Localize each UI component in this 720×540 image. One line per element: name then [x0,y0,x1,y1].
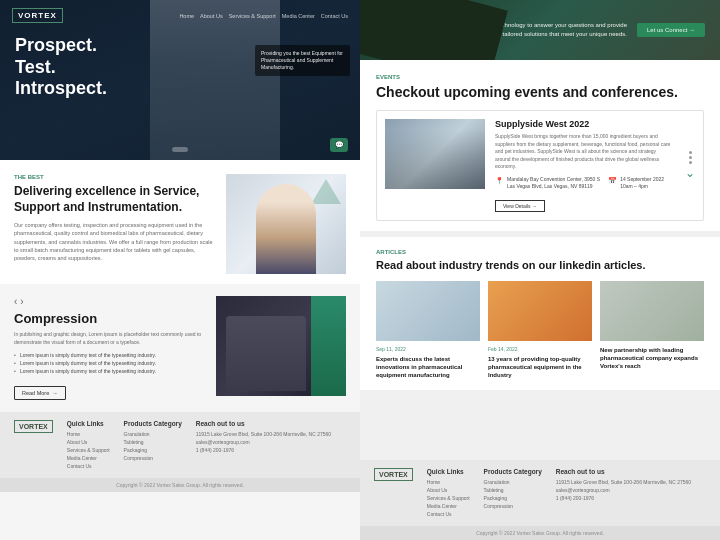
prev-arrow-icon[interactable]: ‹ [14,296,17,307]
top-banner-shape [360,0,540,60]
scroll-down-icon[interactable]: ⌄ [685,166,695,180]
right-panel: Is technology to answer your questions a… [360,0,720,540]
hero-line3: Introspect. [15,78,107,100]
event-title: Supplyside West 2022 [495,119,671,129]
rf-col-title: Quick Links [427,468,470,475]
events-heading: Checkout upcoming events and conferences… [376,84,704,100]
footer-email: sales@vortexgroup.com [196,438,331,446]
comp-text: ‹ › Compression In publishing and graphi… [14,296,206,400]
right-footer: VORTEX Quick Links HomeAbout UsServices … [360,460,720,526]
event-location: 📍 Mandalay Bay Convention Center, 3950 S… [495,176,600,190]
hero-caption: Providing you the best Equipment for Pha… [255,45,350,76]
hero-dot-indicator [172,147,188,152]
list-item: Lorem ipsum is simply dummy text of the … [14,367,206,375]
articles-grid: Sep 11, 2022 Experts discuss the latest … [376,281,704,380]
mid-text: The Best Delivering excellence in Servic… [14,174,216,274]
location-icon: 📍 [495,176,504,186]
dot-3 [689,161,692,164]
hero-nav: VORTEX Home About Us Services & Support … [0,8,360,23]
right-copyright-text: Copyright © 2022 Vortex Sales Group. All… [476,530,604,536]
nav-link-media[interactable]: Media Center [282,13,315,19]
hero-nav-links: Home About Us Services & Support Media C… [179,13,348,19]
footer-address: 11915 Lake Grove Blvd, Suite 100-266 Mor… [196,430,331,438]
event-details: Supplyside West 2022 SupplySide West bri… [495,119,671,212]
article-card-2: Feb 14, 2022 13 years of providing top-q… [488,281,592,380]
articles-heading: Read about industry trends on our linked… [376,259,704,271]
rf-col-title: Products Category [484,468,542,475]
event-date: 📅 14 September 2022 10am – 4pm [608,176,664,190]
rf-products-items: GranulationTabletingPackagingCompression [484,478,542,510]
footer-phone: 1 (844) 200-1976 [196,446,331,454]
right-top-banner: Is technology to answer your questions a… [360,0,720,60]
article-title-1[interactable]: Experts discuss the latest innovations i… [376,355,480,380]
comp-machine-img [226,316,306,391]
events-section: Events Checkout upcoming events and conf… [360,60,720,231]
comp-nav: ‹ › [14,296,206,307]
mid-person-image [256,184,316,274]
right-footer-logo: VORTEX [374,468,413,481]
nav-link-contact[interactable]: Contact Us [321,13,348,19]
event-dots: ⌄ [681,119,695,212]
hero-section: VORTEX Home About Us Services & Support … [0,0,360,160]
mid-heading: Delivering excellence in Service, Suppor… [14,184,216,215]
nav-link-about[interactable]: About Us [200,13,223,19]
left-footer-bottom: Copyright © 2022 Vortex Sales Group. All… [0,478,360,492]
list-item: Lorem ipsum is simply dummy text of the … [14,351,206,359]
event-location-text: Mandalay Bay Convention Center, 3950 S L… [507,176,600,190]
mid-tag: The Best [14,174,216,180]
connect-btn-label: Let us Connect → [647,27,695,33]
chat-icon[interactable]: 💬 [330,138,348,152]
nav-link-home[interactable]: Home [179,13,194,19]
article-image-2 [488,281,592,341]
event-meta: 📍 Mandalay Bay Convention Center, 3950 S… [495,176,671,190]
comp-green-accent [311,296,346,396]
mid-image [226,174,346,274]
footer-col-title: Reach out to us [196,420,331,427]
footer-products-items: GranulationTabletingPackagingCompression [124,430,182,462]
article-title-3[interactable]: New partnership with leading pharmaceuti… [600,346,704,371]
nav-link-services[interactable]: Services & Support [229,13,276,19]
rf-address: 11915 Lake Grove Blvd, Suite 100-266 Mor… [556,478,691,486]
mid-section: The Best Delivering excellence in Servic… [0,160,360,284]
hero-logo: VORTEX [12,8,63,23]
comp-list: Lorem ipsum is simply dummy text of the … [14,351,206,375]
article-title-2[interactable]: 13 years of providing top-quality pharma… [488,355,592,380]
next-arrow-icon[interactable]: › [20,296,23,307]
right-footer-bottom: Copyright © 2022 Vortex Sales Group. All… [360,526,720,540]
copyright-text: Copyright © 2022 Vortex Sales Group. All… [116,482,244,488]
mid-body: Our company offers testing, inspection a… [14,221,216,262]
list-item: Lorem ipsum is simply dummy text of the … [14,359,206,367]
view-details-label: View Details → [503,203,537,209]
article-card-1: Sep 11, 2022 Experts discuss the latest … [376,281,480,380]
comp-image [216,296,346,396]
mid-triangle-decoration [311,179,341,204]
footer-col-products: Products Category GranulationTabletingPa… [124,420,182,470]
event-img-overlay [385,129,485,189]
view-details-button[interactable]: View Details → [495,200,545,212]
read-more-button[interactable]: Read More → [14,386,66,400]
footer-col-title: Quick Links [67,420,110,427]
footer-col-links: Quick Links HomeAbout UsServices & Suppo… [67,420,110,470]
rf-links-items: HomeAbout UsServices & SupportMedia Cent… [427,478,470,518]
rf-col-contact: Reach out to us 11915 Lake Grove Blvd, S… [556,468,691,518]
article-date-2: Feb 14, 2022 [488,346,592,352]
event-image [385,119,485,189]
event-date-text: 14 September 2022 10am – 4pm [620,176,664,190]
dot-2 [689,156,692,159]
article-image-1 [376,281,480,341]
rf-col-products: Products Category GranulationTabletingPa… [484,468,542,518]
footer-col-contact: Reach out to us 11915 Lake Grove Blvd, S… [196,420,331,470]
rf-col-title: Reach out to us [556,468,691,475]
article-card-3: New partnership with leading pharmaceuti… [600,281,704,380]
calendar-icon: 📅 [608,176,617,186]
let-us-connect-button[interactable]: Let us Connect → [637,23,705,37]
articles-tag: Articles [376,249,704,255]
hero-line2: Test. [15,57,107,79]
compression-section: ‹ › Compression In publishing and graphi… [0,284,360,412]
rf-email: sales@vortexgroup.com [556,486,691,494]
hero-text: Prospect. Test. Introspect. [15,35,107,100]
comp-heading: Compression [14,311,206,326]
article-date-1: Sep 11, 2022 [376,346,480,352]
footer-logo: VORTEX [14,420,53,433]
footer-links-items: HomeAbout UsServices & SupportMedia Cent… [67,430,110,470]
